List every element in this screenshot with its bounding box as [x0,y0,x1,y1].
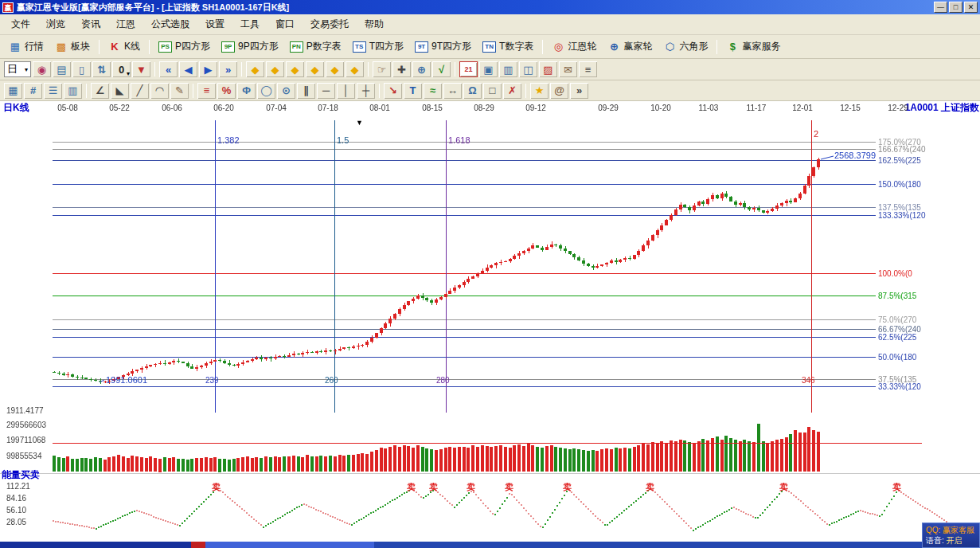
trend-line-icon[interactable]: ╱ [131,83,149,99]
chevron-down-icon: ▾ [127,70,130,77]
minimize-button[interactable]: — [934,2,947,13]
calendar-21-icon[interactable]: 21 [459,61,478,77]
kline-button[interactable]: KK线 [103,38,146,55]
t-square-button[interactable]: TST四方形 [347,38,409,55]
star-tool-icon[interactable]: ★ [530,83,549,99]
application-window: 赢 赢家江恩专业版[赢家内部服务平台] - [上证指数 SH1A0001-167… [0,0,980,548]
first-bar-icon[interactable]: « [159,61,178,77]
chart-canvas[interactable] [0,101,980,542]
menu-item-0[interactable]: 文件 [3,14,38,34]
crosshair-icon[interactable]: ✚ [392,61,411,77]
volume-axis-label: 99855534 [6,452,42,460]
gann-fan-icon[interactable]: ◣ [111,83,129,99]
cross-tool-icon[interactable]: ┼ [357,83,375,99]
bookmark-icon[interactable]: ▯ [72,61,91,77]
winner-wheel-button[interactable]: ⊕赢家轮 [602,38,658,55]
percent-tool-icon[interactable]: % [217,83,236,99]
maximize-button[interactable]: □ [949,2,962,13]
close-button[interactable]: ✕ [964,2,978,13]
spiral-tool-icon[interactable]: @ [550,83,568,99]
measure-tool-icon[interactable]: ↔ [443,83,462,99]
prev-bar-icon[interactable]: ◀ [179,61,197,77]
lattice-icon[interactable]: # [24,83,42,99]
quotes-button[interactable]: ▦行情 [3,38,49,55]
winner-service-button[interactable]: $赢家服务 [720,38,786,55]
cycle-tool-icon[interactable]: Ω [463,83,482,99]
rows-icon[interactable]: ☰ [44,83,62,99]
menu-item-5[interactable]: 设置 [197,14,232,34]
report-icon[interactable]: ▥ [499,61,517,77]
clipboard-icon[interactable]: ▤ [53,61,71,77]
menu-item-6[interactable]: 工具 [232,14,267,34]
more-tools-icon[interactable]: » [570,83,588,99]
menu-item-9[interactable]: 帮助 [357,14,392,34]
erase-tool-icon[interactable]: ✗ [503,83,521,99]
mail-icon[interactable]: ✉ [559,61,577,77]
chevron-down-icon: ▾ [25,66,28,73]
nine-p-square-button[interactable]: 9P9P四方形 [216,38,284,55]
table-icon[interactable]: ▥ [64,83,82,99]
funnel-icon[interactable]: ▼ [132,61,150,77]
separator [149,40,150,54]
menu-item-3[interactable]: 江恩 [108,14,143,34]
box-tool-icon[interactable]: □ [483,83,502,99]
ring-tool-icon[interactable]: ⊙ [277,83,295,99]
separator [542,40,543,54]
vline-tool-icon[interactable]: │ [337,83,355,99]
arrow-mark-icon[interactable]: ↘ [384,83,402,99]
indicator-axis-label: 84.16 [6,494,26,503]
swap-icon[interactable]: ⇅ [92,61,111,77]
zoom-in-icon[interactable]: ⊕ [412,61,431,77]
gann-diamond-left-icon[interactable]: ◆ [246,61,264,77]
p-square-button[interactable]: PSP四方形 [153,38,216,55]
next-bar-icon[interactable]: ▶ [199,61,217,77]
p-number-table-button[interactable]: PNP数字表 [284,38,347,55]
arc-tool-icon[interactable]: ◠ [150,83,169,99]
nine-t-square-icon: 9T [415,41,428,53]
gann-diamond-up-icon[interactable]: ◆ [266,61,284,77]
wave-tool-icon[interactable]: ≈ [424,83,442,99]
separator [716,40,717,54]
nine-p-square-icon: 9P [221,41,235,53]
menu-item-1[interactable]: 浏览 [38,14,73,34]
pan-hand-icon[interactable]: ☞ [373,61,391,77]
pencil-icon[interactable]: ✎ [170,83,189,99]
monitor-icon[interactable]: ▣ [479,61,498,77]
hexagon-button[interactable]: ⬡六角形 [658,38,713,55]
golden-ratio-icon[interactable]: Φ [237,83,256,99]
t-number-table-button[interactable]: TNT数字表 [477,38,539,55]
menu-item-2[interactable]: 资讯 [73,14,108,34]
gann-diamond-right-icon[interactable]: ◆ [306,61,324,77]
menu-item-7[interactable]: 窗口 [267,14,303,34]
menu-item-8[interactable]: 交易委托 [303,14,357,34]
text-tool-icon[interactable]: T [404,83,422,99]
print-icon[interactable]: ≡ [579,61,597,77]
sectors-button[interactable]: ▩板块 [49,38,96,55]
gann-diamond-down-icon[interactable]: ◆ [286,61,304,77]
date-tick: 06-20 [210,104,237,112]
seal-icon[interactable]: ◉ [33,61,51,77]
vline-top-label: 1.382 [217,136,240,145]
hline-tool-icon[interactable]: ─ [317,83,335,99]
level-dropdown[interactable]: 0▾ [112,61,131,77]
gann-wheel-button[interactable]: ◎江恩轮 [546,38,602,55]
channel-tool-icon[interactable]: ∥ [297,83,315,99]
gann-grid-icon[interactable]: ▦ [4,83,22,99]
period-dropdown[interactable]: 日 ▾ [4,61,31,77]
menu-item-4[interactable]: 公式选股 [143,14,197,34]
nine-t-square-button[interactable]: 9T9T四方形 [409,38,477,55]
gann-diamond-center-icon[interactable]: ◆ [326,61,344,77]
date-tick: 07-04 [263,104,290,112]
fib-levels-icon[interactable]: ≡ [197,83,216,99]
indicator-axis-label: 28.05 [6,518,26,526]
circle-tool-icon[interactable]: ◯ [257,83,275,99]
stats-icon[interactable]: √ [432,61,451,77]
voice-value: 开启 [947,536,962,545]
percent-chart-icon[interactable]: ▨ [539,61,557,77]
vline-bottom-label: 280 [436,376,450,385]
qq-service-panel[interactable]: QQ: 赢家客服 语音: 开启 [922,523,980,548]
last-bar-icon[interactable]: » [219,61,237,77]
layers-icon[interactable]: ◫ [519,61,537,77]
gann-diamond-all-icon[interactable]: ◆ [346,61,364,77]
angle-tool-icon[interactable]: ∠ [91,83,109,99]
